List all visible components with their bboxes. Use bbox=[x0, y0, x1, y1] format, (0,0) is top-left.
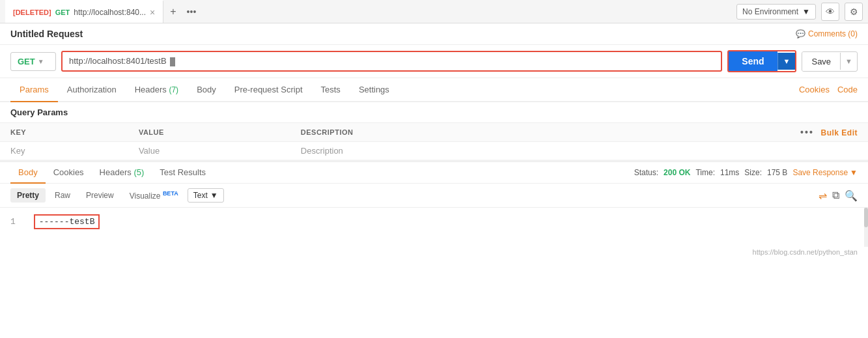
cursor-indicator bbox=[170, 57, 175, 66]
description-cell[interactable]: Description bbox=[290, 142, 595, 160]
col-key: KEY bbox=[0, 123, 128, 142]
format-tab-preview[interactable]: Preview bbox=[79, 188, 120, 203]
top-tab-bar: [DELETED] GET http://localhost:840... × … bbox=[0, 0, 868, 23]
scrollbar-thumb bbox=[864, 208, 868, 227]
line-number-1: 1 bbox=[10, 217, 16, 227]
params-table: KEY VALUE DESCRIPTION ••• Bulk Edit Key … bbox=[0, 123, 868, 160]
format-tab-raw[interactable]: Raw bbox=[48, 188, 77, 203]
tab-pre-request-script[interactable]: Pre-request Script bbox=[225, 78, 312, 102]
copy-icon[interactable]: ⧉ bbox=[832, 190, 839, 201]
wrap-icon[interactable]: ⇌ bbox=[819, 190, 827, 202]
eye-icon-button[interactable]: 👁 bbox=[821, 3, 839, 21]
col-actions: ••• Bulk Edit bbox=[594, 123, 868, 142]
env-dropdown-arrow: ▼ bbox=[802, 7, 810, 16]
new-tab-button[interactable]: + bbox=[163, 6, 182, 18]
url-input[interactable]: http://localhost:8401/testB bbox=[61, 51, 722, 72]
response-tabs-bar: Body Cookies Headers (5) Test Results St… bbox=[0, 162, 868, 184]
more-actions-icon[interactable]: ••• bbox=[800, 127, 814, 137]
request-tab[interactable]: [DELETED] GET http://localhost:840... × bbox=[5, 0, 163, 23]
query-params-title: Query Params bbox=[0, 102, 868, 123]
search-icon[interactable]: 🔍 bbox=[845, 190, 858, 202]
code-link[interactable]: Code bbox=[837, 85, 858, 94]
response-section: Body Cookies Headers (5) Test Results St… bbox=[0, 160, 868, 257]
save-button[interactable]: Save bbox=[802, 52, 840, 71]
tab-bar-right: No Environment ▼ 👁 ⚙ bbox=[736, 3, 863, 21]
tab-more-button[interactable]: ••• bbox=[183, 7, 201, 17]
tab-tests[interactable]: Tests bbox=[312, 78, 350, 102]
request-header: Untitled Request 💬 Comments (0) bbox=[0, 23, 868, 45]
status-label: Status: bbox=[634, 168, 658, 177]
save-dropdown-arrow[interactable]: ▼ bbox=[840, 53, 857, 70]
value-cell[interactable]: Value bbox=[128, 142, 290, 160]
method-label: GET bbox=[18, 57, 35, 66]
comments-icon: 💬 bbox=[796, 29, 805, 38]
response-code: ------testB bbox=[34, 214, 100, 229]
table-row: Key Value Description bbox=[0, 142, 868, 160]
response-tab-cookies[interactable]: Cookies bbox=[46, 162, 92, 184]
settings-icon-button[interactable]: ⚙ bbox=[845, 3, 863, 21]
tab-url: http://localhost:840... bbox=[74, 8, 146, 17]
save-button-group: Save ▼ bbox=[802, 51, 858, 72]
tab-params[interactable]: Params bbox=[10, 78, 58, 102]
method-selector[interactable]: GET ▼ bbox=[10, 52, 56, 71]
format-bar: Pretty Raw Preview Visualize BETA Text ▼… bbox=[0, 184, 868, 208]
tab-headers[interactable]: Headers (7) bbox=[126, 78, 188, 102]
save-response-label: Save Response bbox=[792, 168, 848, 177]
comments-label: Comments (0) bbox=[808, 29, 858, 38]
tab-method: GET bbox=[55, 8, 70, 16]
send-dropdown-arrow[interactable]: ▼ bbox=[777, 53, 796, 70]
format-tab-pretty[interactable]: Pretty bbox=[10, 188, 46, 203]
response-status-bar: Status: 200 OK Time: 11ms Size: 175 B Sa… bbox=[634, 168, 858, 177]
row-actions bbox=[594, 142, 868, 160]
time-value: 11ms bbox=[720, 168, 739, 177]
size-value: 175 B bbox=[767, 168, 787, 177]
deleted-badge: [DELETED] bbox=[13, 8, 51, 16]
beta-badge: BETA bbox=[163, 190, 178, 197]
format-tab-visualize[interactable]: Visualize BETA bbox=[123, 188, 185, 203]
format-bar-right: ⇌ ⧉ 🔍 bbox=[819, 190, 858, 202]
response-tab-headers[interactable]: Headers (5) bbox=[92, 162, 152, 184]
request-tabs-nav: Params Authorization Headers (7) Body Pr… bbox=[0, 78, 868, 102]
size-label: Size: bbox=[744, 168, 762, 177]
tab-authorization[interactable]: Authorization bbox=[58, 78, 126, 102]
save-response-button[interactable]: Save Response ▼ bbox=[792, 168, 858, 177]
environment-selector[interactable]: No Environment ▼ bbox=[736, 4, 816, 20]
watermark: https://blog.csdn.net/python_stan bbox=[0, 247, 868, 257]
method-arrow-icon: ▼ bbox=[38, 58, 44, 65]
format-type-label: Text bbox=[193, 191, 208, 200]
tab-body[interactable]: Body bbox=[188, 78, 225, 102]
key-cell[interactable]: Key bbox=[0, 142, 128, 160]
time-label: Time: bbox=[695, 168, 715, 177]
send-button-group: Send ▼ bbox=[727, 50, 796, 72]
tabs-nav-right: Cookies Code bbox=[799, 85, 858, 94]
query-params-section: Query Params KEY VALUE DESCRIPTION ••• B… bbox=[0, 102, 868, 160]
comments-button[interactable]: 💬 Comments (0) bbox=[796, 29, 858, 38]
format-type-arrow: ▼ bbox=[210, 191, 218, 200]
status-value: 200 OK bbox=[664, 168, 690, 177]
tab-close-icon[interactable]: × bbox=[150, 7, 155, 18]
format-type-selector[interactable]: Text ▼ bbox=[188, 188, 224, 203]
url-bar: GET ▼ http://localhost:8401/testB Send ▼… bbox=[0, 45, 868, 78]
request-title: Untitled Request bbox=[10, 29, 83, 39]
cookies-link[interactable]: Cookies bbox=[799, 85, 830, 94]
col-value: VALUE bbox=[128, 123, 290, 142]
response-tab-test-results[interactable]: Test Results bbox=[152, 162, 214, 184]
send-button[interactable]: Send bbox=[729, 51, 777, 71]
env-label: No Environment bbox=[742, 7, 798, 16]
col-description: DESCRIPTION bbox=[290, 123, 595, 142]
url-value: http://localhost:8401/testB bbox=[69, 56, 167, 66]
tab-settings[interactable]: Settings bbox=[350, 78, 399, 102]
save-response-arrow: ▼ bbox=[850, 168, 858, 177]
scrollbar[interactable] bbox=[864, 208, 868, 247]
response-tab-body[interactable]: Body bbox=[10, 162, 46, 184]
response-body: 1 ------testB bbox=[0, 208, 868, 247]
bulk-edit-button[interactable]: Bulk Edit bbox=[820, 128, 858, 137]
